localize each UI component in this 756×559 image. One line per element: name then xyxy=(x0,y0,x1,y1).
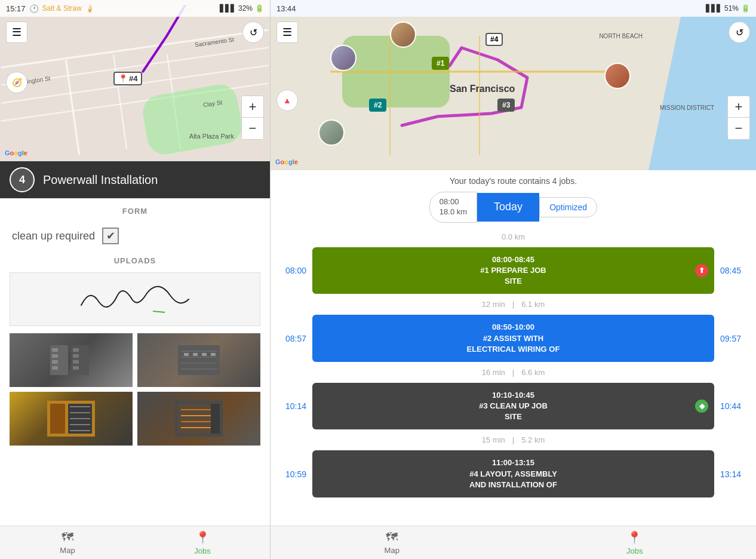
job-card-3[interactable]: 10:10-10:45#3 CLEAN UP JOBSITE ◆ xyxy=(312,383,714,430)
right-panel: 13:44 ▋▋▋ 51% 🔋 San Francisco NORTH BEAC… xyxy=(271,0,756,559)
left-compass-button[interactable]: 🧭 xyxy=(6,72,27,93)
left-map-bg: Sacramento St Washington St Clay St Alta… xyxy=(0,0,270,161)
avatar-2 xyxy=(330,45,357,71)
svg-rect-8 xyxy=(73,360,79,364)
signal-icon: ▋▋▋ xyxy=(220,4,236,13)
sep-min-2: 16 min xyxy=(482,368,505,377)
optimized-button[interactable]: Optimized xyxy=(539,197,597,217)
right-status-right: ▋▋▋ 51% 🔋 xyxy=(706,4,750,13)
right-google-logo: Google xyxy=(275,158,298,165)
left-google-logo: Google xyxy=(5,149,27,156)
sep-divider-2: | xyxy=(512,368,514,377)
sep-1: 12 min | 6.1 km xyxy=(271,296,756,312)
today-button[interactable]: Today xyxy=(477,193,539,222)
right-time: 13:44 xyxy=(276,4,296,13)
left-bottom-nav: 🗺 Map 📍 Jobs xyxy=(0,526,270,559)
svg-rect-3 xyxy=(52,354,58,358)
left-zoom-out-button[interactable]: − xyxy=(242,118,263,139)
right-bottom-nav: 🗺 Map 📍 Jobs xyxy=(271,526,756,559)
right-map: 13:44 ▋▋▋ 51% 🔋 San Francisco NORTH BEAC… xyxy=(271,0,756,170)
sep-3: 15 min | 5.2 km xyxy=(271,432,756,448)
avatar-3 xyxy=(604,63,631,89)
avatar-1 xyxy=(390,22,416,48)
checkbox-checked[interactable]: ✔ xyxy=(102,228,119,244)
north-beach-label: NORTH BEACH xyxy=(599,33,643,39)
map-icon: 🗺 xyxy=(62,530,73,544)
photo-1 xyxy=(10,333,133,387)
avatar-pin-4 xyxy=(318,119,345,146)
left-nav-jobs-label: Jobs xyxy=(194,546,210,555)
svg-rect-15 xyxy=(184,353,189,356)
right-hamburger-button[interactable]: ☰ xyxy=(276,22,298,43)
right-nav-map[interactable]: 🗺 Map xyxy=(271,526,514,559)
job-row-1: 08:00 08:00-08:45#1 PREPARE JOBSITE ⬆ 08… xyxy=(271,245,756,297)
photo-3 xyxy=(10,392,133,446)
svg-rect-16 xyxy=(193,353,198,356)
left-status-bar: 15:17 🕐 Salt & Straw 🍦 ▋▋▋ 32% 🔋 xyxy=(0,0,270,17)
right-zoom-in-button[interactable]: + xyxy=(728,96,749,118)
right-pin-3: #3 xyxy=(497,99,515,112)
sep-min-1: 12 min xyxy=(482,300,505,309)
sep-divider-3: | xyxy=(512,435,514,444)
right-pin-4: #4 xyxy=(485,33,503,46)
mission-label: MISSION DISTRICT xyxy=(660,105,714,111)
job-1-status-icon: ⬆ xyxy=(695,264,708,277)
right-pin-1: #1 xyxy=(432,57,449,70)
job-4-title: 11:00-13:15#4 LAYOUT, ASSEMBLYAND INSTAL… xyxy=(321,457,706,490)
job-1-left-time: 08:00 xyxy=(280,266,306,275)
svg-rect-2 xyxy=(52,348,58,352)
svg-rect-20 xyxy=(50,404,65,434)
left-nav-map-label: Map xyxy=(60,546,75,555)
sep-0: 0.0 km xyxy=(271,229,756,245)
job-card-1[interactable]: 08:00-08:45#1 PREPARE JOBSITE ⬆ xyxy=(312,247,714,294)
svg-rect-9 xyxy=(73,366,79,370)
sep-km-2: 6.6 km xyxy=(521,368,545,377)
sep-2: 16 min | 6.6 km xyxy=(271,364,756,380)
app-icon: 🍦 xyxy=(85,4,94,13)
right-nav-map-label: Map xyxy=(385,546,399,555)
svg-rect-17 xyxy=(202,353,207,356)
svg-rect-33 xyxy=(211,404,220,434)
uploads-title: UPLOADS xyxy=(10,256,260,265)
job-card-4[interactable]: 11:00-13:15#4 LAYOUT, ASSEMBLYAND INSTAL… xyxy=(312,450,714,497)
photo-2 xyxy=(137,333,260,387)
job-row-2: 08:57 08:50-10:00#2 ASSIST WITHELECTRICA… xyxy=(271,312,756,364)
jobs-icon: 📍 xyxy=(195,530,210,545)
right-nav-jobs[interactable]: 📍 Jobs xyxy=(514,526,757,559)
pin-number: #4 xyxy=(129,74,137,83)
pin-4-badge: #4 xyxy=(485,33,503,46)
job-2-title: 08:50-10:00#2 ASSIST WITHELECTRICAL WIRI… xyxy=(321,322,706,355)
left-map-pin: 📍#4 xyxy=(113,72,142,85)
right-pin-2: #2 xyxy=(369,99,386,112)
job-row-3: 10:14 10:10-10:45#3 CLEAN UP JOBSITE ◆ 1… xyxy=(271,380,756,432)
right-zoom-controls: + − xyxy=(727,96,750,140)
left-zoom-in-button[interactable]: + xyxy=(242,96,263,118)
job-bar: 4 Powerwall Installation xyxy=(0,161,270,198)
battery-pct: 32% xyxy=(238,4,253,13)
park-label: Alta Plaza Park xyxy=(189,133,234,140)
form-label: FORM xyxy=(0,198,270,222)
pin-3-badge: #3 xyxy=(497,99,515,112)
sep-km-3: 5.2 km xyxy=(521,435,545,444)
photo-grid xyxy=(10,333,260,446)
job-card-2[interactable]: 08:50-10:00#2 ASSIST WITHELECTRICAL WIRI… xyxy=(312,315,714,362)
job-3-status-icon: ◆ xyxy=(695,400,708,413)
right-refresh-button[interactable]: ↺ xyxy=(729,22,750,43)
svg-rect-5 xyxy=(52,366,58,370)
job-1-title: 08:00-08:45#1 PREPARE JOBSITE xyxy=(321,254,706,287)
signature-svg xyxy=(69,275,201,323)
left-nav-map[interactable]: 🗺 Map xyxy=(0,526,135,559)
avatar-4 xyxy=(318,119,345,146)
job-1-right-time: 08:45 xyxy=(720,266,746,275)
right-zoom-out-button[interactable]: − xyxy=(728,118,749,139)
left-hamburger-button[interactable]: ☰ xyxy=(6,22,27,43)
job-title: Powerwall Installation xyxy=(43,173,158,187)
left-nav-jobs[interactable]: 📍 Jobs xyxy=(135,526,270,559)
date-time-box: 08:00 18.0 km xyxy=(429,192,477,223)
left-refresh-button[interactable]: ↺ xyxy=(242,22,264,43)
svg-rect-4 xyxy=(52,360,58,364)
right-compass-button[interactable]: ▲ xyxy=(276,90,298,111)
left-panel: 15:17 🕐 Salt & Straw 🍦 ▋▋▋ 32% 🔋 xyxy=(0,0,271,559)
job-2-left-time: 08:57 xyxy=(280,334,306,343)
job-3-right-time: 10:44 xyxy=(720,401,746,411)
